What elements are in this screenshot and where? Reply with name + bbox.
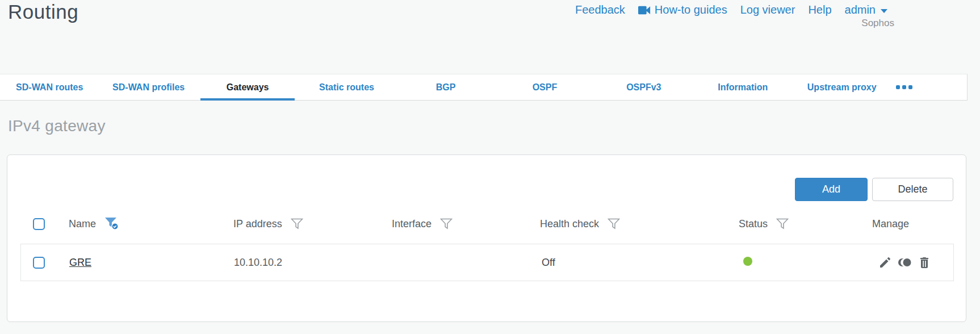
top-nav-links: Feedback How-to guides Log viewer Help a… xyxy=(575,3,887,16)
clone-icon[interactable] xyxy=(897,256,912,269)
more-tabs-button[interactable] xyxy=(891,74,917,100)
log-viewer-label: Log viewer xyxy=(740,3,795,16)
add-button[interactable]: Add xyxy=(795,178,868,201)
delete-button[interactable]: Delete xyxy=(872,178,953,201)
filter-active-icon[interactable] xyxy=(104,217,120,231)
log-viewer-link[interactable]: Log viewer xyxy=(740,3,795,16)
column-header-health-check: Health check xyxy=(540,218,599,230)
section-heading: IPv4 gateway xyxy=(8,117,106,135)
howto-guides-label: How-to guides xyxy=(655,3,727,16)
chevron-down-icon xyxy=(881,9,887,13)
gateway-table: Name IP address xyxy=(20,204,954,281)
help-label: Help xyxy=(808,3,831,16)
delete-icon[interactable] xyxy=(918,256,931,269)
tab-upstream-proxy[interactable]: Upstream proxy xyxy=(793,74,891,100)
tab-sdwan-routes[interactable]: SD-WAN routes xyxy=(0,74,99,100)
manage-actions xyxy=(873,256,953,269)
gateway-card: Add Delete Name xyxy=(7,155,966,322)
tab-sdwan-profiles[interactable]: SD-WAN profiles xyxy=(99,74,198,100)
status-dot xyxy=(743,257,752,266)
filter-icon[interactable] xyxy=(291,218,303,229)
card-toolbar: Add Delete xyxy=(795,178,953,201)
filter-icon[interactable] xyxy=(440,218,453,229)
edit-icon[interactable] xyxy=(878,256,892,269)
table-row: GRE 10.10.10.2 Off xyxy=(20,244,954,281)
feedback-link[interactable]: Feedback xyxy=(575,3,625,16)
table-header-row: Name IP address xyxy=(20,204,954,244)
user-menu-label: admin xyxy=(845,3,876,16)
ellipsis-icon xyxy=(896,85,900,89)
feedback-label: Feedback xyxy=(575,3,625,16)
tabs: SD-WAN routes SD-WAN profiles Gateways S… xyxy=(0,74,891,100)
select-all-checkbox[interactable] xyxy=(33,218,45,230)
filter-icon[interactable] xyxy=(776,218,789,229)
tab-ospfv3[interactable]: OSPFv3 xyxy=(594,74,693,100)
tab-bar: SD-WAN routes SD-WAN profiles Gateways S… xyxy=(0,74,968,101)
help-link[interactable]: Help xyxy=(808,3,831,16)
gateway-name-link[interactable]: GRE xyxy=(69,257,91,268)
brand-label: Sophos xyxy=(861,18,894,29)
filter-icon[interactable] xyxy=(608,218,620,229)
column-header-status: Status xyxy=(739,218,768,230)
row-checkbox[interactable] xyxy=(33,257,45,269)
tab-ospf[interactable]: OSPF xyxy=(495,74,594,100)
tab-bgp[interactable]: BGP xyxy=(396,74,495,100)
video-camera-icon xyxy=(638,6,651,15)
user-menu[interactable]: admin xyxy=(845,3,887,16)
health-check-value: Off xyxy=(541,257,555,268)
tab-gateways[interactable]: Gateways xyxy=(198,74,297,100)
howto-guides-link[interactable]: How-to guides xyxy=(638,3,727,16)
column-header-ip-address: IP address xyxy=(233,218,282,230)
column-header-manage: Manage xyxy=(872,218,909,229)
column-header-interface: Interface xyxy=(392,218,432,230)
top-bar: Routing Feedback How-to guides Log viewe… xyxy=(0,0,980,74)
tab-information[interactable]: Information xyxy=(693,74,792,100)
page-title: Routing xyxy=(8,1,78,23)
column-header-name: Name xyxy=(69,218,96,230)
tab-static-routes[interactable]: Static routes xyxy=(297,74,396,100)
ip-address-value: 10.10.10.2 xyxy=(234,257,282,268)
